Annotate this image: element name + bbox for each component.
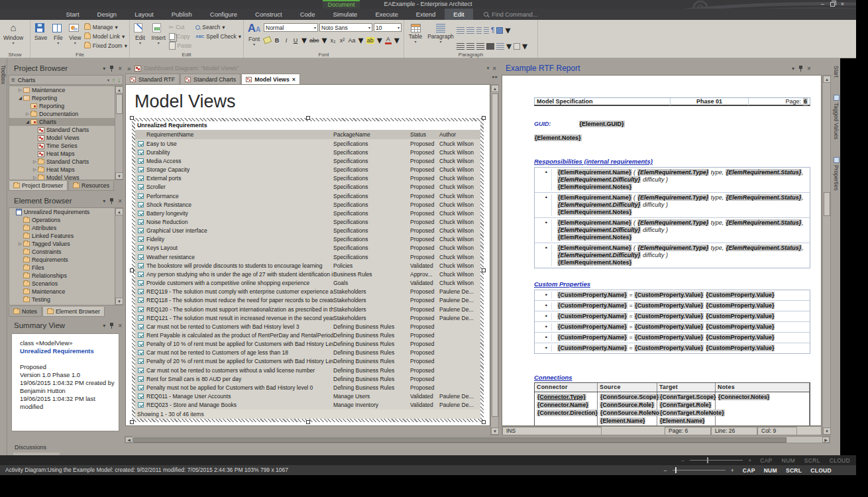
borders-icon[interactable]	[514, 43, 520, 50]
line-spacing-menu-icon[interactable]: ▾	[506, 40, 512, 52]
expand-icon[interactable]: ▷	[32, 167, 38, 172]
selection-handle[interactable]	[306, 116, 310, 120]
column-requirementname[interactable]: RequirementName	[146, 131, 333, 138]
element-browser-tab-notes[interactable]: Notes	[9, 307, 42, 317]
table-row[interactable]: REQ023 - Store and Manage BooksManage In…	[135, 401, 480, 410]
bold-icon[interactable]: B	[274, 37, 280, 44]
close-icon[interactable]: ×	[492, 65, 496, 72]
project-tree-item[interactable]: ▷Heat Maps	[9, 166, 123, 174]
project-tree-item[interactable]: Heat Maps	[9, 150, 123, 158]
table-row[interactable]: REQ118 - The solution must reduce the ne…	[135, 296, 480, 305]
expand-icon[interactable]: ▷	[17, 241, 23, 247]
selection-handle[interactable]	[130, 420, 134, 424]
close-icon[interactable]: ×	[292, 76, 296, 83]
document-tab-standard-rtf[interactable]: Standard RTF	[125, 74, 180, 84]
tab-scroll-arrows[interactable]: ◂▸	[492, 74, 500, 83]
pin-icon[interactable]	[109, 198, 114, 204]
save-button[interactable]: Save	[32, 21, 49, 41]
numbered-list-icon[interactable]	[466, 27, 474, 34]
italic-icon[interactable]: I	[283, 37, 290, 44]
project-tree-item[interactable]: ◢Reporting	[9, 94, 123, 102]
document-tab-standard-charts[interactable]: Standard Charts	[180, 74, 241, 84]
strikethrough-icon[interactable]: abc	[309, 37, 319, 44]
document-tab-model-views[interactable]: Model Views×	[241, 74, 300, 84]
decrease-indent-icon[interactable]	[476, 27, 482, 34]
ribbon-tab-configure[interactable]: Configure	[201, 9, 246, 20]
close-icon[interactable]: ×	[841, 1, 844, 7]
table-row[interactable]: DurabilitySpecificationsProposedChuck Wi…	[135, 148, 480, 156]
selection-handle[interactable]	[130, 116, 134, 120]
pilcrow-icon[interactable]: ¶	[491, 27, 494, 34]
column-author[interactable]: Author	[439, 131, 480, 138]
selection-handle[interactable]	[130, 268, 134, 272]
align-justify-icon[interactable]	[486, 43, 494, 50]
table-row[interactable]: Storage CapacitySpecificationsProposedCh…	[135, 165, 480, 174]
element-tree-item[interactable]: Attributes	[9, 224, 123, 232]
project-browser-tab-resources[interactable]: Resources	[68, 181, 114, 191]
project-tree-item[interactable]: ▷Model Views	[9, 174, 123, 180]
table-row[interactable]: Media AccessSpecificationsProposedChuck …	[135, 156, 480, 165]
project-tree-item[interactable]: ▷Maintenance	[9, 86, 123, 94]
scroll-left-icon[interactable]: ◀	[125, 437, 133, 443]
minimize-icon[interactable]: –	[821, 1, 824, 7]
side-tab-start[interactable]: Start	[833, 66, 840, 78]
element-browser-scrollbar[interactable]: ▲ ▼	[115, 208, 123, 305]
indicator-scrl[interactable]: SCRL	[804, 457, 820, 464]
table-row[interactable]: REQ121 - The solution must result in inc…	[135, 313, 480, 322]
expand-icon[interactable]: ▷	[25, 111, 30, 117]
rtf-vertical-scrollbar[interactable]: ▲ ▼	[822, 75, 831, 435]
zoom-control[interactable]: −+	[664, 467, 734, 474]
table-row[interactable]: Car must not be rented to Customers with…	[135, 322, 480, 331]
element-tree-item[interactable]: Files	[9, 264, 123, 272]
collapse-icon[interactable]: ◢	[17, 95, 23, 101]
document-vertical-scrollbar[interactable]: ▲ ▼	[490, 84, 499, 435]
highlight-color-icon[interactable]: ab	[366, 37, 374, 44]
panel-menu-icon[interactable]: ▾	[103, 66, 105, 72]
table-row[interactable]: REQ120 - The solution must support inter…	[135, 305, 480, 313]
project-tree-item[interactable]: Model Views	[9, 134, 123, 142]
indicator-cap[interactable]: CAP	[743, 467, 755, 474]
paragraph-style-select[interactable]: Normal▾	[264, 23, 318, 32]
view-button[interactable]: View▾	[67, 21, 82, 44]
element-tree-item[interactable]: Maintenance	[9, 288, 123, 296]
edit-button[interactable]: Edit▾	[132, 21, 148, 44]
element-browser-tab-element-browser[interactable]: Element Browser	[42, 307, 105, 317]
table-row[interactable]: Easy to UseSpecificationsProposedChuck W…	[135, 139, 480, 148]
project-tree-item[interactable]: Reporting	[9, 102, 123, 110]
project-tree-item[interactable]: Standard Charts	[9, 126, 123, 134]
project-tree-item[interactable]: ◢Charts	[9, 118, 123, 126]
table-row[interactable]: Keys LayoutSpecificationsProposedChuck W…	[135, 244, 480, 252]
scroll-up-icon[interactable]: ▲	[115, 208, 123, 215]
table-row[interactable]: Car must not be rented to Customers of a…	[135, 349, 480, 357]
scroll-right-icon[interactable]: ▶	[822, 437, 830, 443]
scroll-up-icon[interactable]: ▲	[823, 76, 831, 83]
ribbon-tab-edit[interactable]: Edit	[445, 9, 473, 20]
restore-icon[interactable]	[830, 2, 835, 7]
expand-icon[interactable]: ▷	[32, 175, 38, 180]
column-packagename[interactable]: PackageName	[333, 131, 410, 138]
search-button[interactable]: Search▾	[195, 23, 241, 31]
element-tree-item[interactable]: Linked Features	[9, 232, 123, 240]
table-row[interactable]: Rent Payable is calculated as the produc…	[135, 331, 480, 339]
scroll-down-icon[interactable]: ▼	[115, 298, 123, 305]
close-icon[interactable]: ×	[118, 323, 122, 329]
ribbon-tab-extend[interactable]: Extend	[407, 9, 445, 20]
scrollbar-thumb[interactable]	[133, 437, 787, 443]
selection-handle[interactable]	[482, 116, 486, 120]
font-family-select[interactable]: Noto Sans▾	[319, 23, 372, 32]
selection-handle[interactable]	[306, 420, 310, 424]
element-tree-item[interactable]: Operations	[9, 216, 123, 224]
element-tree-item[interactable]: Unrealized Requirements	[9, 208, 123, 216]
selection-handle[interactable]	[482, 420, 486, 424]
chevrons-icon[interactable]: »	[127, 65, 131, 72]
scroll-down-icon[interactable]: ▼	[115, 172, 123, 180]
table-row[interactable]: Penalty of 20 % of rent must be applied …	[135, 357, 480, 366]
underline-menu-icon[interactable]: ▾	[301, 34, 307, 46]
pin-icon[interactable]	[109, 66, 114, 72]
side-tab-tagged-values[interactable]: Tagged Values	[833, 95, 840, 140]
table-row[interactable]: Graphical User interfaceSpecificationsPr…	[135, 227, 480, 235]
horizontal-scrollbar[interactable]: ◀ ▶	[125, 436, 830, 443]
change-case-menu-icon[interactable]: ▾	[358, 34, 364, 46]
hamburger-menu-icon[interactable]: ≡	[11, 76, 15, 83]
project-tree-item[interactable]: Time Series	[9, 142, 123, 150]
